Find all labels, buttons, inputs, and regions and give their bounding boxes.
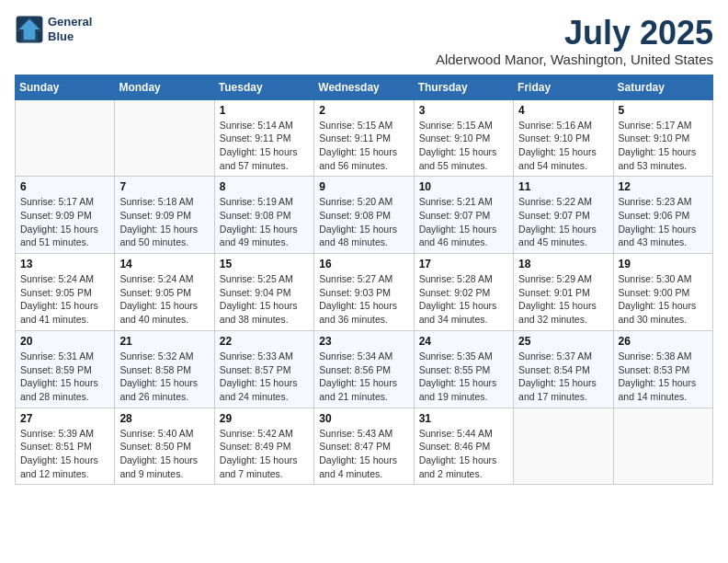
day-number: 29 — [220, 412, 309, 425]
day-info: Sunrise: 5:29 AMSunset: 9:01 PMDaylight:… — [518, 272, 608, 327]
calendar-cell: 30 Sunrise: 5:43 AMSunset: 8:47 PMDaylig… — [314, 408, 414, 485]
day-info: Sunrise: 5:40 AMSunset: 8:50 PMDaylight:… — [119, 427, 209, 481]
day-info: Sunrise: 5:34 AMSunset: 8:56 PMDaylight:… — [319, 350, 408, 404]
page-header: General Blue July 2025 Alderwood Manor, … — [15, 15, 713, 67]
day-info: Sunrise: 5:14 AMSunset: 9:11 PMDaylight:… — [220, 119, 309, 173]
weekday-header: Saturday — [613, 75, 712, 99]
weekday-header-row: SundayMondayTuesdayWednesdayThursdayFrid… — [16, 75, 713, 99]
calendar-cell: 7 Sunrise: 5:18 AMSunset: 9:09 PMDayligh… — [115, 177, 214, 254]
day-number: 22 — [220, 335, 309, 348]
weekday-header: Tuesday — [214, 75, 313, 99]
day-number: 20 — [20, 335, 109, 348]
calendar-cell: 23 Sunrise: 5:34 AMSunset: 8:56 PMDaylig… — [314, 330, 414, 408]
day-number: 2 — [319, 104, 408, 117]
day-number: 17 — [419, 258, 508, 270]
calendar-cell: 29 Sunrise: 5:42 AMSunset: 8:49 PMDaylig… — [214, 408, 313, 485]
calendar-cell: 27 Sunrise: 5:39 AMSunset: 8:51 PMDaylig… — [16, 408, 115, 485]
calendar-cell: 13 Sunrise: 5:24 AMSunset: 9:05 PMDaylig… — [16, 254, 115, 331]
day-info: Sunrise: 5:30 AMSunset: 9:00 PMDaylight:… — [619, 272, 708, 327]
day-info: Sunrise: 5:39 AMSunset: 8:51 PMDaylight:… — [20, 427, 109, 481]
day-info: Sunrise: 5:37 AMSunset: 8:54 PMDaylight:… — [518, 350, 608, 404]
logo-text: General Blue — [48, 15, 92, 43]
calendar-cell: 14 Sunrise: 5:24 AMSunset: 9:05 PMDaylig… — [115, 254, 214, 331]
day-number: 7 — [119, 180, 209, 193]
subtitle: Alderwood Manor, Washington, United Stat… — [436, 52, 713, 67]
day-number: 8 — [220, 180, 309, 193]
day-number: 10 — [419, 180, 508, 193]
day-number: 19 — [619, 258, 708, 270]
calendar-cell: 3 Sunrise: 5:15 AMSunset: 9:10 PMDayligh… — [414, 99, 513, 177]
weekday-header: Wednesday — [314, 75, 414, 99]
calendar-cell: 6 Sunrise: 5:17 AMSunset: 9:09 PMDayligh… — [16, 177, 115, 254]
day-number: 18 — [518, 258, 608, 270]
calendar-cell: 24 Sunrise: 5:35 AMSunset: 8:55 PMDaylig… — [414, 330, 513, 408]
day-info: Sunrise: 5:24 AMSunset: 9:05 PMDaylight:… — [20, 272, 109, 327]
calendar-cell: 9 Sunrise: 5:20 AMSunset: 9:08 PMDayligh… — [314, 177, 414, 254]
day-number: 30 — [319, 412, 408, 425]
day-number: 13 — [20, 258, 109, 270]
calendar-cell — [514, 408, 613, 485]
calendar-cell: 21 Sunrise: 5:32 AMSunset: 8:58 PMDaylig… — [115, 330, 214, 408]
day-info: Sunrise: 5:17 AMSunset: 9:10 PMDaylight:… — [619, 119, 708, 173]
day-number: 16 — [319, 258, 408, 270]
calendar-cell: 4 Sunrise: 5:16 AMSunset: 9:10 PMDayligh… — [514, 99, 613, 177]
calendar-cell: 17 Sunrise: 5:28 AMSunset: 9:02 PMDaylig… — [414, 254, 513, 331]
day-info: Sunrise: 5:23 AMSunset: 9:06 PMDaylight:… — [619, 195, 708, 249]
day-number: 24 — [419, 335, 508, 348]
logo: General Blue — [15, 15, 92, 44]
day-info: Sunrise: 5:43 AMSunset: 8:47 PMDaylight:… — [319, 427, 408, 481]
day-number: 3 — [419, 104, 508, 117]
day-number: 15 — [220, 258, 309, 270]
weekday-header: Friday — [514, 75, 613, 99]
calendar-cell: 8 Sunrise: 5:19 AMSunset: 9:08 PMDayligh… — [214, 177, 313, 254]
day-info: Sunrise: 5:15 AMSunset: 9:10 PMDaylight:… — [419, 119, 508, 173]
day-number: 9 — [319, 180, 408, 193]
day-number: 21 — [119, 335, 209, 348]
calendar-cell: 2 Sunrise: 5:15 AMSunset: 9:11 PMDayligh… — [314, 99, 414, 177]
calendar-cell: 28 Sunrise: 5:40 AMSunset: 8:50 PMDaylig… — [115, 408, 214, 485]
day-info: Sunrise: 5:16 AMSunset: 9:10 PMDaylight:… — [518, 119, 608, 173]
calendar-cell — [16, 99, 115, 177]
day-number: 14 — [119, 258, 209, 270]
day-info: Sunrise: 5:35 AMSunset: 8:55 PMDaylight:… — [419, 350, 508, 404]
day-number: 28 — [119, 412, 209, 425]
main-title: July 2025 — [436, 15, 713, 52]
day-info: Sunrise: 5:42 AMSunset: 8:49 PMDaylight:… — [220, 427, 309, 481]
calendar-cell: 11 Sunrise: 5:22 AMSunset: 9:07 PMDaylig… — [514, 177, 613, 254]
calendar-cell: 12 Sunrise: 5:23 AMSunset: 9:06 PMDaylig… — [613, 177, 712, 254]
day-info: Sunrise: 5:19 AMSunset: 9:08 PMDaylight:… — [220, 195, 309, 249]
day-number: 1 — [220, 104, 309, 117]
calendar-cell: 1 Sunrise: 5:14 AMSunset: 9:11 PMDayligh… — [214, 99, 313, 177]
day-info: Sunrise: 5:21 AMSunset: 9:07 PMDaylight:… — [419, 195, 508, 249]
day-info: Sunrise: 5:44 AMSunset: 8:46 PMDaylight:… — [419, 427, 508, 481]
calendar-cell — [115, 99, 214, 177]
day-info: Sunrise: 5:32 AMSunset: 8:58 PMDaylight:… — [119, 350, 209, 404]
day-number: 11 — [518, 180, 608, 193]
day-number: 12 — [619, 180, 708, 193]
weekday-header: Sunday — [16, 75, 115, 99]
calendar-cell: 22 Sunrise: 5:33 AMSunset: 8:57 PMDaylig… — [214, 330, 313, 408]
day-info: Sunrise: 5:18 AMSunset: 9:09 PMDaylight:… — [119, 195, 209, 249]
calendar-cell: 20 Sunrise: 5:31 AMSunset: 8:59 PMDaylig… — [16, 330, 115, 408]
calendar-cell: 16 Sunrise: 5:27 AMSunset: 9:03 PMDaylig… — [314, 254, 414, 331]
calendar-cell: 5 Sunrise: 5:17 AMSunset: 9:10 PMDayligh… — [613, 99, 712, 177]
day-info: Sunrise: 5:27 AMSunset: 9:03 PMDaylight:… — [319, 272, 408, 327]
calendar-cell: 18 Sunrise: 5:29 AMSunset: 9:01 PMDaylig… — [514, 254, 613, 331]
day-number: 4 — [518, 104, 608, 117]
calendar-cell: 31 Sunrise: 5:44 AMSunset: 8:46 PMDaylig… — [414, 408, 513, 485]
calendar-week-row: 13 Sunrise: 5:24 AMSunset: 9:05 PMDaylig… — [16, 254, 713, 331]
calendar-cell: 15 Sunrise: 5:25 AMSunset: 9:04 PMDaylig… — [214, 254, 313, 331]
day-info: Sunrise: 5:20 AMSunset: 9:08 PMDaylight:… — [319, 195, 408, 249]
day-info: Sunrise: 5:33 AMSunset: 8:57 PMDaylight:… — [220, 350, 309, 404]
day-number: 25 — [518, 335, 608, 348]
day-info: Sunrise: 5:31 AMSunset: 8:59 PMDaylight:… — [20, 350, 109, 404]
day-info: Sunrise: 5:25 AMSunset: 9:04 PMDaylight:… — [220, 272, 309, 327]
calendar-week-row: 1 Sunrise: 5:14 AMSunset: 9:11 PMDayligh… — [16, 99, 713, 177]
day-info: Sunrise: 5:38 AMSunset: 8:53 PMDaylight:… — [619, 350, 708, 404]
calendar-week-row: 27 Sunrise: 5:39 AMSunset: 8:51 PMDaylig… — [16, 408, 713, 485]
calendar-cell: 19 Sunrise: 5:30 AMSunset: 9:00 PMDaylig… — [613, 254, 712, 331]
day-info: Sunrise: 5:15 AMSunset: 9:11 PMDaylight:… — [319, 119, 408, 173]
calendar-week-row: 20 Sunrise: 5:31 AMSunset: 8:59 PMDaylig… — [16, 330, 713, 408]
day-number: 27 — [20, 412, 109, 425]
calendar-week-row: 6 Sunrise: 5:17 AMSunset: 9:09 PMDayligh… — [16, 177, 713, 254]
